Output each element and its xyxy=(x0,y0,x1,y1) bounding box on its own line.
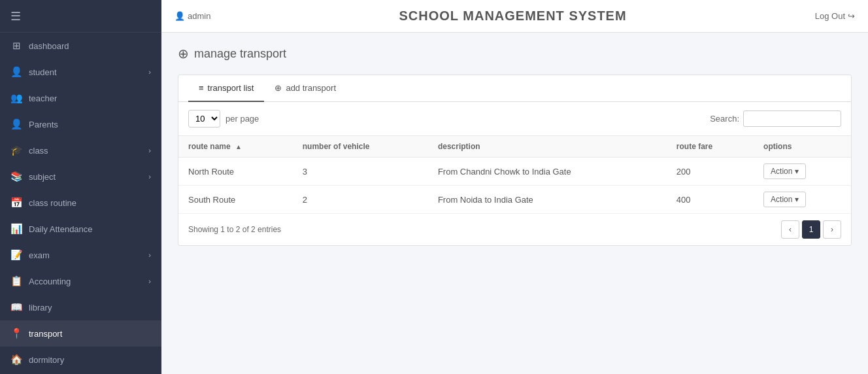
search-input[interactable] xyxy=(743,110,841,127)
chevron-right-icon: › xyxy=(148,251,151,259)
sidebar-item-label: transport xyxy=(29,329,151,339)
transport-list-icon: ≡ xyxy=(199,83,204,93)
library-icon: 📖 xyxy=(10,301,22,313)
sidebar-item-label: teacher xyxy=(29,94,151,103)
tab-transport-list-label: transport list xyxy=(208,83,254,93)
search-label: Search: xyxy=(710,114,739,124)
sidebar-item-transport[interactable]: 📍 transport xyxy=(0,320,161,347)
dropdown-arrow-icon: ▾ xyxy=(795,195,799,204)
admin-user: 👤 admin xyxy=(175,11,210,21)
description-cell: From Chandni Chowk to India Gate xyxy=(428,158,667,186)
table-row: North Route 3 From Chandni Chowk to Indi… xyxy=(178,158,851,186)
sidebar-item-teacher[interactable]: 👥 teacher xyxy=(0,85,161,111)
sidebar-item-parents[interactable]: 👤 Parents xyxy=(0,111,161,137)
sidebar-item-label: exam xyxy=(29,250,148,260)
page-content: ⊕ manage transport ≡ transport list ⊕ ad… xyxy=(161,33,868,374)
transport-card: ≡ transport list ⊕ add transport 10 25 5… xyxy=(178,75,852,246)
transport-icon: 📍 xyxy=(10,328,22,339)
sidebar-item-dashboard[interactable]: ⊞ dashboard xyxy=(0,33,161,59)
showing-text: Showing 1 to 2 of 2 entries xyxy=(188,225,281,234)
sidebar-item-library[interactable]: 📖 library xyxy=(0,294,161,320)
class-icon: 🎓 xyxy=(10,144,22,156)
sidebar-item-label: dormitory xyxy=(29,355,151,365)
col-options: options xyxy=(754,136,851,158)
page-title: manage transport xyxy=(194,47,286,61)
accounting-icon: 📋 xyxy=(10,275,22,287)
parents-icon: 👤 xyxy=(10,118,22,130)
col-description: description xyxy=(428,136,667,158)
transport-table: route name ▲ number of vehicle descripti… xyxy=(178,135,851,214)
topbar: 👤 admin SCHOOL MANAGEMENT SYSTEM Log Out… xyxy=(161,0,868,33)
chevron-right-icon: › xyxy=(148,277,151,285)
options-cell: Action ▾ xyxy=(754,186,851,214)
chevron-right-icon: › xyxy=(148,173,151,180)
sidebar-item-dormitory[interactable]: 🏠 dormitory xyxy=(0,347,161,373)
logout-button[interactable]: Log Out ↪ xyxy=(815,11,855,21)
sidebar-item-label: Accounting xyxy=(29,277,148,286)
action-button[interactable]: Action ▾ xyxy=(763,163,806,179)
route-fare-cell: 400 xyxy=(667,186,754,214)
num-vehicles-cell: 2 xyxy=(293,186,428,214)
table-controls: 10 25 50 per page Search: xyxy=(178,102,851,135)
main-content: 👤 admin SCHOOL MANAGEMENT SYSTEM Log Out… xyxy=(161,0,868,374)
next-page-button[interactable]: › xyxy=(823,220,841,239)
teacher-icon: 👥 xyxy=(10,92,22,104)
description-cell: From Noida to India Gate xyxy=(428,186,667,214)
page-header-icon: ⊕ xyxy=(178,46,189,61)
per-page-select[interactable]: 10 25 50 xyxy=(188,110,220,128)
page-header: ⊕ manage transport xyxy=(178,46,852,61)
pagination: ‹ 1 › xyxy=(781,220,841,239)
app-title: SCHOOL MANAGEMENT SYSTEM xyxy=(210,8,814,24)
exam-icon: 📝 xyxy=(10,249,22,261)
sidebar-item-label: class routine xyxy=(29,198,151,208)
sidebar-item-label: dashboard xyxy=(29,41,151,51)
search-container: Search: xyxy=(710,110,841,127)
num-vehicles-cell: 3 xyxy=(293,158,428,186)
action-button[interactable]: Action ▾ xyxy=(763,192,806,207)
sidebar-item-class-routine[interactable]: 📅 class routine xyxy=(0,190,161,216)
dormitory-icon: 🏠 xyxy=(10,354,22,366)
subject-icon: 📚 xyxy=(10,171,22,182)
table-footer: Showing 1 to 2 of 2 entries ‹ 1 › xyxy=(178,214,851,245)
col-route-name: route name ▲ xyxy=(178,136,293,158)
sidebar-item-subject[interactable]: 📚 subject › xyxy=(0,163,161,190)
sidebar-header: ☰ xyxy=(0,0,161,33)
prev-page-button[interactable]: ‹ xyxy=(781,220,799,239)
logout-icon: ↪ xyxy=(848,11,855,21)
page-1-button[interactable]: 1 xyxy=(802,220,820,239)
route-name-cell: South Route xyxy=(178,186,293,214)
table-row: South Route 2 From Noida to India Gate 4… xyxy=(178,186,851,214)
chevron-right-icon: › xyxy=(148,146,151,154)
dashboard-icon: ⊞ xyxy=(10,40,22,52)
sidebar: ☰ ⊞ dashboard 👤 student › 👥 teacher 👤 Pa… xyxy=(0,0,161,374)
sidebar-item-student[interactable]: 👤 student › xyxy=(0,59,161,85)
sidebar-item-class[interactable]: 🎓 class › xyxy=(0,137,161,163)
route-name-cell: North Route xyxy=(178,158,293,186)
sidebar-item-exam[interactable]: 📝 exam › xyxy=(0,242,161,268)
sidebar-item-accounting[interactable]: 📋 Accounting › xyxy=(0,268,161,294)
student-icon: 👤 xyxy=(10,66,22,78)
sidebar-item-label: library xyxy=(29,303,151,313)
col-route-fare: route fare xyxy=(667,136,754,158)
tabs-container: ≡ transport list ⊕ add transport xyxy=(178,75,851,102)
tab-transport-list[interactable]: ≡ transport list xyxy=(188,75,264,102)
class-routine-icon: 📅 xyxy=(10,197,22,209)
col-num-vehicles: number of vehicle xyxy=(293,136,428,158)
sidebar-item-label: subject xyxy=(29,172,148,182)
dropdown-arrow-icon: ▾ xyxy=(795,167,799,176)
hamburger-icon[interactable]: ☰ xyxy=(10,9,21,24)
sidebar-item-daily-attendance[interactable]: 📊 Daily Attendance xyxy=(0,216,161,242)
user-icon: 👤 xyxy=(175,11,185,21)
tab-add-transport[interactable]: ⊕ add transport xyxy=(264,75,346,102)
logout-label: Log Out xyxy=(815,11,845,21)
sidebar-item-label: Daily Attendance xyxy=(29,224,151,234)
per-page-label: per page xyxy=(225,114,259,124)
add-transport-icon: ⊕ xyxy=(275,83,282,93)
sort-icon: ▲ xyxy=(235,143,242,150)
route-fare-cell: 200 xyxy=(667,158,754,186)
sidebar-item-label: Parents xyxy=(29,120,151,129)
chevron-right-icon: › xyxy=(148,68,151,76)
admin-name: admin xyxy=(188,11,210,21)
sidebar-item-label: class xyxy=(29,146,148,156)
options-cell: Action ▾ xyxy=(754,158,851,186)
